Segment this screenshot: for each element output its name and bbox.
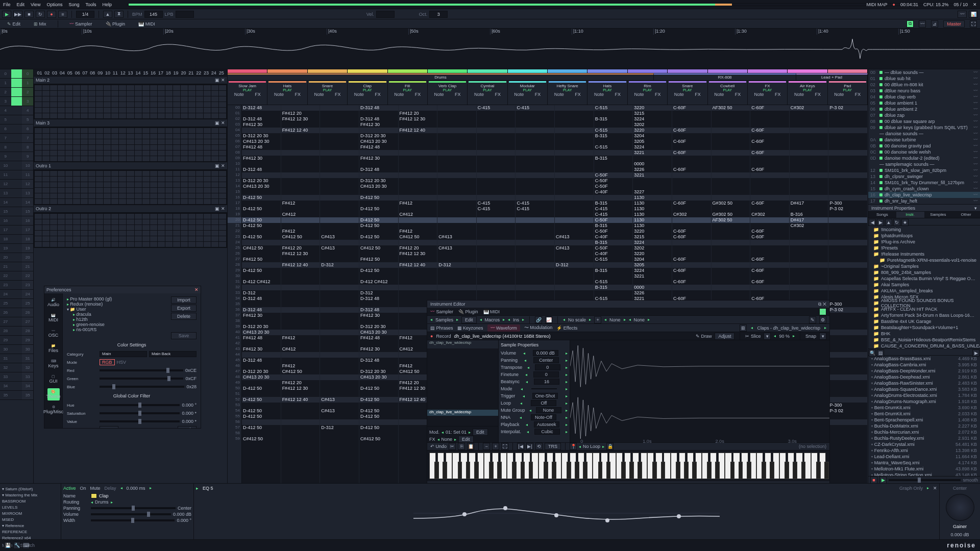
dsp-item[interactable]: BASSROOM: [2, 498, 59, 504]
dsp-item[interactable]: REFERENCE: [2, 529, 59, 535]
matrix-cell[interactable]: [204, 225, 211, 230]
matrix-cell[interactable]: [150, 236, 157, 241]
matrix-cell[interactable]: [111, 102, 118, 107]
insed-detach-icon[interactable]: ⧉: [818, 302, 821, 307]
matrix-cell[interactable]: [42, 225, 50, 230]
matrix-cell[interactable]: [96, 219, 103, 224]
matrix-cell[interactable]: [58, 225, 65, 230]
fx-chain-icon[interactable]: ⊞: [740, 324, 747, 332]
insed-close-icon[interactable]: ✕: [823, 302, 826, 307]
matrix-cell[interactable]: [188, 236, 195, 241]
matrix-cell[interactable]: [50, 91, 57, 96]
instrument-item[interactable]: 0Ddanoise modular-2 (edited)〰: [868, 155, 980, 161]
theme-user-0[interactable]: dracula: [76, 312, 91, 317]
matrix-cell[interactable]: [81, 182, 88, 187]
mode-waveform[interactable]: 〰 Waveform: [487, 324, 520, 332]
view-spectrum-icon[interactable]: 〰: [958, 11, 967, 18]
instrument-item[interactable]: 0Adanoise turbine〰: [868, 137, 980, 143]
matrix-cell[interactable]: [158, 225, 165, 230]
matrix-cell[interactable]: [35, 96, 42, 102]
matrix-cell[interactable]: [111, 219, 118, 224]
piano-key[interactable]: [552, 462, 556, 479]
matrix-cell[interactable]: [58, 182, 65, 187]
matrix-cell[interactable]: [173, 236, 180, 241]
matrix-cell[interactable]: [50, 128, 57, 133]
piano-key[interactable]: [824, 462, 829, 479]
track-header[interactable]: PadPLAYNoteFX: [828, 81, 868, 105]
draw-tool[interactable]: ✎ Draw: [696, 334, 712, 339]
matrix-cell[interactable]: [119, 214, 126, 219]
bpm-field[interactable]: 145: [144, 11, 163, 18]
matrix-cell[interactable]: [58, 193, 65, 198]
matrix-cell[interactable]: [173, 102, 180, 107]
piano-key[interactable]: [466, 462, 471, 479]
oct-field[interactable]: 3: [429, 11, 448, 18]
matrix-cell[interactable]: [88, 171, 95, 176]
matrix-cell[interactable]: [181, 145, 188, 150]
matrix-cell[interactable]: [165, 151, 173, 156]
tab-mix[interactable]: ⊞ Mix: [30, 20, 51, 28]
category2-field[interactable]: Main Back: [149, 351, 197, 357]
copy-icon[interactable]: ⎘: [458, 443, 465, 450]
matrix-cell[interactable]: [211, 214, 218, 219]
prefs-tab-keys[interactable]: ⌨Keys: [47, 358, 60, 370]
matrix-cell[interactable]: [65, 236, 72, 241]
matrix-cell[interactable]: [73, 177, 80, 182]
matrix-cell[interactable]: [58, 171, 65, 176]
matrix-cell[interactable]: [150, 219, 157, 224]
matrix-cell[interactable]: [111, 225, 118, 230]
matrix-cell[interactable]: [104, 231, 111, 236]
matrix-cell[interactable]: [65, 85, 72, 90]
matrix-cell[interactable]: [135, 151, 142, 156]
samples-dropdown[interactable]: Samples: [435, 317, 453, 322]
matrix-cell[interactable]: [211, 236, 218, 241]
track-header[interactable]: CowbellPLAYNoteFX: [708, 81, 748, 105]
matrix-cell[interactable]: [96, 128, 103, 133]
matrix-cell[interactable]: [119, 134, 126, 139]
matrix-cell[interactable]: [150, 225, 157, 230]
matrix-cell[interactable]: [104, 134, 111, 139]
matrix-cell[interactable]: [188, 188, 195, 193]
matrix-cell[interactable]: [188, 214, 195, 219]
matrix-cell[interactable]: [181, 85, 188, 90]
file-item[interactable]: ▫ AnalogDrums-Electrostatic.xrni1.784 KB: [868, 392, 980, 398]
tree-item[interactable]: 📁Acapellas Selecta Burnin Vinyl' S Regga…: [869, 276, 979, 282]
matrix-cell[interactable]: [211, 134, 218, 139]
prefs-tab-theme[interactable]: 🎨Theme: [47, 388, 60, 400]
matrix-cell[interactable]: [111, 128, 118, 133]
matrix-cell[interactable]: [150, 102, 157, 107]
matrix-cell[interactable]: [127, 108, 134, 113]
matrix-cell[interactable]: [181, 108, 188, 113]
undo-button[interactable]: ↶ Undo: [430, 444, 447, 449]
sample-item[interactable]: dh_clap_live_widecrisp: [427, 410, 498, 416]
matrix-cell[interactable]: [188, 242, 195, 247]
menu-file[interactable]: File: [3, 2, 11, 7]
matrix-cell[interactable]: [204, 151, 211, 156]
instrument-item[interactable]: 14SM101_brk_Toy Drummer_fill_127bpm〰: [868, 180, 980, 186]
matrix-cell[interactable]: [42, 145, 50, 150]
track-header[interactable]: ClapPLAYNoteFX: [348, 81, 387, 105]
matrix-cell[interactable]: [111, 231, 118, 236]
matrix-section[interactable]: Main 2▣ ✕: [34, 77, 227, 84]
matrix-cell[interactable]: [204, 188, 211, 193]
matrix-cell[interactable]: [219, 108, 226, 113]
matrix-cell[interactable]: [135, 199, 142, 204]
tree-item[interactable]: 📁!phatdrumloops: [869, 233, 979, 239]
matrix-cell[interactable]: [135, 214, 142, 219]
matrix-cell[interactable]: [35, 214, 42, 219]
matrix-cell[interactable]: [158, 199, 165, 204]
file-list[interactable]: ▫ AnalogBass-BrassBass.xrni4.469 KB▫ Ana…: [868, 356, 980, 477]
instrument-item[interactable]: 13dh_clpsnr_swinger〰: [868, 173, 980, 180]
matrix-cell[interactable]: [119, 188, 126, 193]
matrix-cell[interactable]: [173, 134, 180, 139]
matrix-cell[interactable]: [104, 182, 111, 187]
track-name-field[interactable]: Clap: [99, 493, 109, 498]
group-header[interactable]: Drums: [228, 73, 654, 80]
matrix-cell[interactable]: [96, 85, 103, 90]
matrix-cell[interactable]: [135, 242, 142, 247]
matrix-cell[interactable]: [104, 113, 111, 118]
matrix-cell[interactable]: [219, 236, 226, 241]
matrix-cell[interactable]: [88, 219, 95, 224]
matrix-cell[interactable]: [150, 151, 157, 156]
matrix-cell[interactable]: [73, 236, 80, 241]
